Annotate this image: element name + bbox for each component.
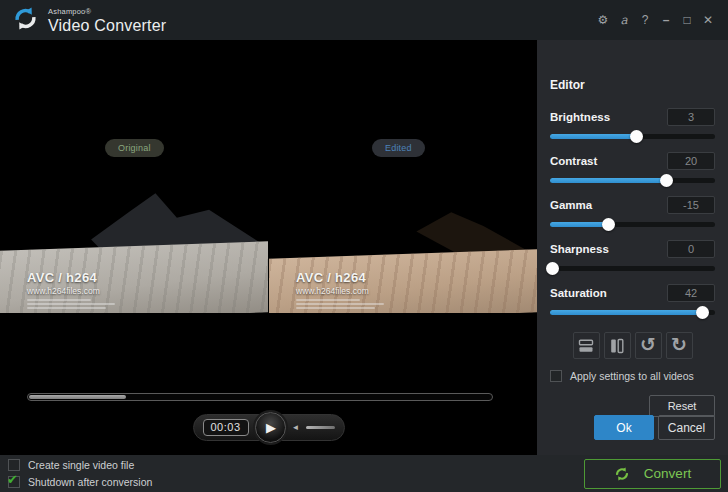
edited-codec-overlay: AVC / h264 www.h264files.com <box>296 270 384 311</box>
shutdown-after-conversion-row[interactable]: ✔ Shutdown after conversion <box>8 476 152 488</box>
ok-button[interactable]: Ok <box>594 415 654 440</box>
app-window: Ashampoo® Video Converter ⚙ a ? – □ ✕ Or… <box>0 0 728 492</box>
create-single-file-row[interactable]: ✔ Create single video file <box>8 459 152 471</box>
saturation-value[interactable]: 42 <box>667 284 715 302</box>
shutdown-label: Shutdown after conversion <box>28 476 152 488</box>
shutdown-checkbox[interactable]: ✔ <box>8 476 20 488</box>
edited-label-badge: Edited <box>372 139 425 157</box>
sharpness-slider-group: Sharpness 0 <box>550 240 715 271</box>
check-icon: ✔ <box>7 472 18 487</box>
apply-all-row[interactable]: ✔ Apply settings to all videos <box>550 370 715 382</box>
video-preview-area: Original Edited AVC / h264 www.h264files… <box>0 40 537 455</box>
reset-button[interactable]: Reset <box>649 395 715 417</box>
convert-button[interactable]: Convert <box>584 459 721 489</box>
brightness-value[interactable]: 3 <box>667 108 715 126</box>
slider-thumb[interactable] <box>660 174 673 187</box>
gamma-label: Gamma <box>550 199 592 211</box>
player-controls: 00:03 ▶ ◄ <box>193 414 345 441</box>
brand-name: Ashampoo® <box>48 8 166 16</box>
app-logo-icon <box>12 5 39 36</box>
minimize-icon[interactable]: – <box>658 13 674 27</box>
sharpness-label: Sharpness <box>550 243 609 255</box>
flip-horizontal-icon <box>609 338 625 354</box>
codec-title: AVC / h264 <box>27 270 115 285</box>
footer-options: ✔ Create single video file ✔ Shutdown af… <box>8 459 152 488</box>
footer-bar: ✔ Create single video file ✔ Shutdown af… <box>0 455 728 492</box>
brand: Ashampoo® Video Converter <box>12 5 166 36</box>
original-video-frame: AVC / h264 www.h264files.com <box>0 177 268 313</box>
saturation-slider[interactable] <box>550 310 715 315</box>
maximize-icon[interactable]: □ <box>679 13 695 27</box>
create-single-file-label: Create single video file <box>28 459 134 471</box>
play-icon: ▶ <box>266 421 276 434</box>
codec-metadata-lines <box>296 299 384 309</box>
convert-icon <box>614 466 630 482</box>
apply-all-label: Apply settings to all videos <box>570 370 694 382</box>
app-title: Video Converter <box>48 18 166 34</box>
gamma-value[interactable]: -15 <box>667 196 715 214</box>
editor-panel: Editor Brightness 3 Contrast 20 <box>537 40 728 455</box>
sharpness-slider[interactable] <box>550 266 715 271</box>
slider-thumb[interactable] <box>546 262 559 275</box>
comparison-frames: AVC / h264 www.h264files.com AVC / h264 … <box>0 177 537 313</box>
apply-all-checkbox[interactable]: ✔ <box>550 370 562 382</box>
editor-panel-title: Editor <box>550 78 715 92</box>
time-display: 00:03 <box>203 419 249 436</box>
account-icon[interactable]: a <box>616 13 632 27</box>
sharpness-value[interactable]: 0 <box>667 240 715 258</box>
saturation-slider-group: Saturation 42 <box>550 284 715 315</box>
saturation-label: Saturation <box>550 287 607 299</box>
codec-metadata-lines <box>27 299 115 309</box>
convert-label: Convert <box>644 466 691 481</box>
rotate-right-button[interactable]: ↻ <box>666 332 693 359</box>
original-label-badge: Original <box>105 139 164 157</box>
brightness-slider[interactable] <box>550 134 715 139</box>
edited-video-frame: AVC / h264 www.h264files.com <box>269 177 537 313</box>
slider-thumb[interactable] <box>696 306 709 319</box>
dialog-buttons: Ok Cancel <box>550 415 715 440</box>
slider-thumb[interactable] <box>602 218 615 231</box>
contrast-value[interactable]: 20 <box>667 152 715 170</box>
codec-title: AVC / h264 <box>296 270 384 285</box>
play-button[interactable]: ▶ <box>255 412 286 443</box>
rotate-left-icon: ↺ <box>640 335 656 354</box>
titlebar: Ashampoo® Video Converter ⚙ a ? – □ ✕ <box>0 0 728 40</box>
codec-url: www.h264files.com <box>296 286 384 296</box>
create-single-file-checkbox[interactable]: ✔ <box>8 459 20 471</box>
rotate-right-icon: ↻ <box>671 335 687 354</box>
settings-gear-icon[interactable]: ⚙ <box>595 13 611 27</box>
contrast-label: Contrast <box>550 155 597 167</box>
window-controls: ⚙ a ? – □ ✕ <box>595 13 716 27</box>
flip-vertical-icon <box>578 338 594 354</box>
rotate-left-button[interactable]: ↺ <box>635 332 662 359</box>
gamma-slider-group: Gamma -15 <box>550 196 715 227</box>
seek-progress <box>29 395 126 399</box>
cancel-button[interactable]: Cancel <box>658 415 715 440</box>
volume-slider[interactable] <box>306 426 334 429</box>
slider-thumb[interactable] <box>630 130 643 143</box>
contrast-slider[interactable] <box>550 178 715 183</box>
flip-vertical-button[interactable] <box>573 332 600 359</box>
brightness-slider-group: Brightness 3 <box>550 108 715 139</box>
flip-horizontal-button[interactable] <box>604 332 631 359</box>
seek-bar[interactable] <box>27 393 493 401</box>
brightness-label: Brightness <box>550 111 610 123</box>
help-icon[interactable]: ? <box>637 13 653 27</box>
transform-buttons: ↺ ↻ <box>550 332 715 359</box>
gamma-slider[interactable] <box>550 222 715 227</box>
codec-url: www.h264files.com <box>27 286 115 296</box>
contrast-slider-group: Contrast 20 <box>550 152 715 183</box>
volume-icon: ◄ <box>292 423 300 432</box>
close-icon[interactable]: ✕ <box>700 13 716 27</box>
original-codec-overlay: AVC / h264 www.h264files.com <box>27 270 115 311</box>
